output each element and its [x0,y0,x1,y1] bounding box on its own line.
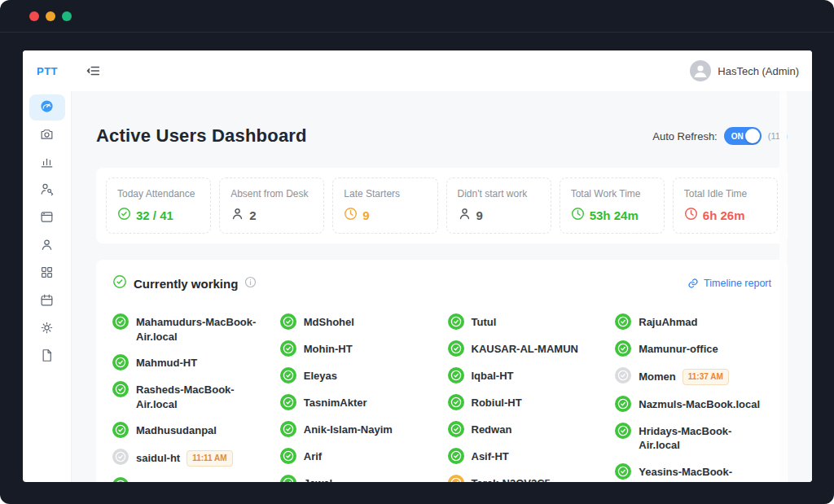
app-window: PTT HasTech (Admin) Active Use [23,50,812,482]
status-active-icon [615,340,631,357]
status-active-icon [280,475,296,482]
zoom-window-button[interactable] [62,11,72,21]
user-list-item: Mahmud-HT [112,354,269,370]
user-column: TutulKAUSAR-AL-MAMUNIqbal-HTRobiul-HTRed… [448,313,604,482]
user-list-item: Eleyas [280,367,437,383]
sidebar-item-user-activity[interactable] [29,177,65,204]
app-window-icon [39,209,55,228]
stat-card: Total Idle Time6h 26m [673,177,778,234]
toggle-knob [745,129,760,143]
sidebar-item-app-usage[interactable] [29,205,65,231]
stat-card-label: Total Idle Time [684,188,766,199]
stat-card-value: 6h 26m [703,208,745,222]
last-seen-badge: 11:37 AM [683,369,729,385]
status-active-icon [448,394,464,410]
stat-card: Absent from Desk2 [219,177,324,234]
stat-card-value: 9 [362,208,369,222]
stat-card-value: 32 / 41 [136,208,173,222]
auto-refresh-toggle[interactable]: ON [724,127,762,145]
user-list-item: Arif [280,448,437,464]
user-name: Mahmud-HT [136,354,197,370]
user-list-item: Hridays-MacBook-Air.local [615,423,771,453]
apps-grid-icon [39,265,55,283]
user-list-item: Anik-Islam-Nayim [280,421,437,437]
check-circle-icon [112,274,127,292]
sidebar-item-dashboard[interactable] [29,94,65,121]
user-name: KAUSAR-AL-MAMUN [472,340,578,357]
sidebar [23,91,72,482]
user-list-item: Robiul-HT [448,394,604,410]
user-column: Mahamudurs-MacBook-Air.localMahmud-HTRas… [112,313,269,482]
status-active-icon [280,313,296,330]
status-active-icon [280,367,296,383]
stat-card-label: Today Attendance [117,188,200,199]
browser-window-frame: PTT HasTech (Admin) Active Use [0,0,834,504]
user-name: Madhusudanpal [136,422,217,438]
sidebar-item-reports[interactable] [29,150,65,176]
sidebar-item-members[interactable] [29,233,65,259]
minimize-window-button[interactable] [46,11,55,21]
user-name: Tutul [472,313,497,330]
stats-panel: Today Attendance32 / 41Absent from Desk2… [96,168,788,243]
user-icon [458,207,472,223]
user-list-item: MdShohel [280,313,437,330]
app-header: PTT HasTech (Admin) [23,50,812,91]
user-name: Yeasins-MacBook-Air.local [639,463,771,482]
user-icon [39,237,55,256]
close-window-button[interactable] [29,11,39,21]
user-list-item: Madhusudanpal [112,422,269,438]
user-menu[interactable]: HasTech (Admin) [690,60,799,81]
info-icon[interactable] [244,276,257,291]
user-list-item: TasnimAkter [280,394,437,410]
timeline-report-link[interactable]: Timeline report [687,278,771,289]
title-row: Active Users Dashboard Auto Refresh: ON … [96,125,788,147]
user-column: RajuAhmadMamunur-officeMomen11:37 AMNazm… [615,313,771,482]
stat-card-label: Total Work Time [571,188,653,199]
dashboard-icon [39,99,55,117]
user-list-item: Redwan [448,421,604,437]
sidebar-item-documents[interactable] [29,344,65,370]
clock-icon [571,207,585,223]
sidebar-collapse-icon[interactable] [86,64,101,78]
page-title: Active Users Dashboard [96,125,307,147]
status-active-icon [448,448,464,464]
check-circle-icon [117,207,131,223]
user-list-item: Yeasins-MacBook-Air.local [615,463,771,482]
status-active-icon [448,340,464,357]
stat-card: Today Attendance32 / 41 [106,177,211,234]
clock-icon [684,207,698,223]
user-list-item: Jewel [280,475,437,482]
sidebar-item-screenshots[interactable] [29,122,65,148]
user-name: Asif-HT [472,448,509,464]
user-name: Jewel [304,475,332,482]
camera-icon [39,126,55,145]
stat-card: Total Work Time53h 24m [560,177,665,234]
bar-chart-icon [39,154,55,173]
currently-working-grid: Mahamudurs-MacBook-Air.localMahmud-HTRas… [112,313,771,482]
status-active-icon [112,313,129,330]
user-name: Anik-Islam-Nayim [304,421,393,437]
status-active-icon [448,421,464,437]
user-name: MdShohel [304,313,354,330]
sidebar-item-calendar[interactable] [29,288,65,314]
scrollbar[interactable] [779,91,787,482]
status-inactive-icon [112,449,129,465]
user-key-icon [39,182,55,200]
status-active-icon [280,448,296,464]
user-list-item: Rasheds-MacBook-Air.local [112,381,269,411]
stat-card-label: Absent from Desk [230,188,313,199]
currently-working-panel: Currently working Timeline report [96,260,788,482]
user-list-item: RajuAhmad [615,313,771,330]
user-name: Mohin-HT [304,340,353,357]
user-list-item: saidul-ht11:11 AM [112,449,269,467]
sidebar-item-apps[interactable] [29,261,65,287]
user-name: Redwan [472,421,512,437]
stat-card-value: 53h 24m [590,208,639,222]
stat-card-value: 2 [249,208,256,222]
user-name: Hridays-MacBook-Air.local [639,423,771,453]
user-name: Tarek-N2QV2C5 [472,475,551,482]
user-list-item: Mohin-HT [280,340,437,357]
clock-icon [344,207,358,223]
brand-logo[interactable]: PTT [37,65,58,77]
sidebar-item-settings[interactable] [29,316,65,342]
